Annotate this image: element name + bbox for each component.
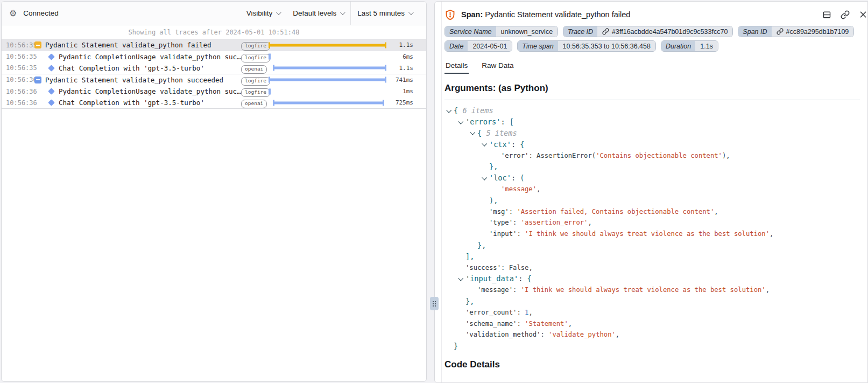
meta-pill-value: #cc89a295db1b7109 [772,26,854,37]
duration-bar [269,77,386,83]
code-line: ], [444,250,860,262]
duration-bar [269,88,271,94]
link-icon[interactable] [602,28,609,35]
collapse-toggle-icon[interactable] [34,41,41,48]
code-line: 'msg': 'Assertion failed, Contains objec… [444,206,860,217]
trace-row[interactable]: 10:56:35 Chat Completion with 'gpt-3.5-t… [2,62,426,74]
code-caret-icon[interactable] [482,175,487,180]
code-line: } [444,340,860,352]
meta-pill: Duration 1.1s [661,40,718,52]
meta-pill: Time span 10:56:35.353 to 10:56:36.458 [517,40,656,52]
arguments-code-block: { 6 items'errors': [{ 5 items'ctx': {'er… [444,105,860,352]
duration-bar-track [268,39,389,51]
copy-link-icon[interactable] [841,10,850,19]
code-line: }, [444,296,860,307]
row-time: 10:56:36 [2,88,33,95]
visibility-dropdown[interactable]: Visibility [240,2,287,25]
trace-list: 10:56:35 Pydantic Statement validate_pyt… [2,39,426,109]
span-detail-content: Span: Pydantic Statement validate_python… [442,2,867,382]
duration-bar-track [268,51,389,63]
meta-pill-value: 10:56:35.353 to 10:56:36.458 [558,41,655,51]
meta-pill-value: unknown_service [496,26,558,37]
row-label: Pydantic Statement validate_python succe… [45,76,241,84]
code-caret-icon[interactable] [458,276,463,281]
trace-row[interactable]: 10:56:36 Pydantic Statement validate_pyt… [2,74,426,86]
tab-raw-data[interactable]: Raw Data [481,60,514,74]
row-duration: 1ms [389,88,413,95]
meta-pill-value-text: 10:56:35.353 to 10:56:36.458 [563,43,651,50]
code-line: 'schema_name': 'Statement', [444,318,860,329]
code-caret-icon[interactable] [482,141,487,147]
trace-row[interactable]: 10:56:36 Chat Completion with 'gpt-3.5-t… [2,98,426,109]
row-time: 10:56:36 [2,99,33,107]
row-time: 10:56:36 [2,76,33,83]
trace-explorer-panel: ⚙ Connected Visibility Default levels La… [1,1,427,382]
panel-resize-handle[interactable] [430,297,439,310]
code-line: 'validation_method': 'validate_python', [444,329,860,340]
code-line: { 5 items [444,128,860,139]
meta-pill: Service Name unknown_service [444,26,558,37]
code-caret-icon[interactable] [446,108,451,113]
close-icon[interactable] [859,10,867,19]
arguments-heading: Arguments: (as Python) [444,83,860,94]
default-levels-dropdown[interactable]: Default levels [286,2,350,25]
split-panel-icon[interactable] [822,10,831,19]
row-duration: 741ms [389,76,413,83]
code-caret-icon[interactable] [470,130,475,135]
span-title-row: Span: Pydantic Statement validate_python… [444,6,860,23]
link-icon[interactable] [777,28,784,35]
row-time: 10:56:35 [2,53,33,60]
meta-pill: Date 2024-05-01 [444,40,512,52]
chevron-down-icon [408,10,414,15]
collapse-toggle-icon[interactable] [34,76,41,83]
code-line: 'errors': [ [444,116,860,128]
arguments-divider [444,100,860,100]
row-label: Chat Completion with 'gpt-3.5-turbo' [59,64,241,72]
meta-pill: Span ID #cc89a295db1b7109 [738,26,854,37]
instrumentation-badge: openai [241,62,266,74]
meta-pill-value-text: unknown_service [501,28,553,36]
code-caret-icon[interactable] [458,119,463,124]
instrumentation-badge: logfire [241,86,266,97]
code-details-heading: Code Details [444,359,860,370]
instrumentation-badge: logfire [241,39,266,51]
span-diamond-icon [48,53,55,60]
code-line: 'ctx': { [444,138,860,150]
meta-pill: Trace ID #3ff16acbdde4a547b01d9c9c533fcc… [563,26,733,37]
code-line: ), [444,194,860,206]
code-line: 'loc': ( [444,172,860,184]
trace-row[interactable]: 10:56:35 Pydantic Statement validate_pyt… [2,39,426,51]
row-label: Pydantic CompletionUsage validate_python… [59,87,241,95]
code-line: 'message', [444,184,860,195]
time-range-dropdown[interactable]: Last 5 minutes [351,2,426,25]
meta-pill-label: Duration [661,41,695,51]
detail-tabs: Details Raw Data [444,60,860,74]
span-title-text: Pydantic Statement validate_python faile… [485,10,630,19]
row-label: Pydantic CompletionUsage validate_python… [59,53,241,61]
span-meta-row-1: Service Name unknown_service Trace ID #3… [444,26,860,37]
meta-pill-label: Date [445,41,468,51]
trace-row[interactable]: 10:56:35 Pydantic CompletionUsage valida… [2,51,426,63]
trace-row[interactable]: 10:56:36 Pydantic CompletionUsage valida… [2,86,426,98]
meta-pill-label: Time span [518,41,558,51]
traces-subheader: Showing all traces after 2024-05-01 10:5… [2,25,426,39]
code-line: 'input_data': { [444,273,860,284]
span-detail-panel: Span: Pydantic Statement validate_python… [434,1,868,383]
duration-bar-track [268,86,389,98]
duration-bar [273,100,384,106]
meta-pill-label: Service Name [445,26,496,37]
span-meta-row-2: Date 2024-05-01 Time span 10:56:35.353 t… [444,40,860,52]
row-duration: 6ms [389,53,413,60]
code-line: }, [444,240,860,251]
duration-bar [273,65,386,71]
tab-details[interactable]: Details [444,60,469,74]
duration-bar-track [268,62,389,74]
gear-icon[interactable]: ⚙ [9,9,17,18]
row-duration: 1.1s [389,41,413,48]
meta-pill-value-text: #3ff16acbdde4a547b01d9c9c533fcc70 [612,28,728,36]
warning-shield-icon [444,9,456,20]
row-time: 10:56:35 [2,64,33,72]
code-line: 'error': AssertionError('Contains object… [444,150,860,161]
code-line: { 6 items [444,105,860,116]
duration-bar-track [268,74,389,86]
